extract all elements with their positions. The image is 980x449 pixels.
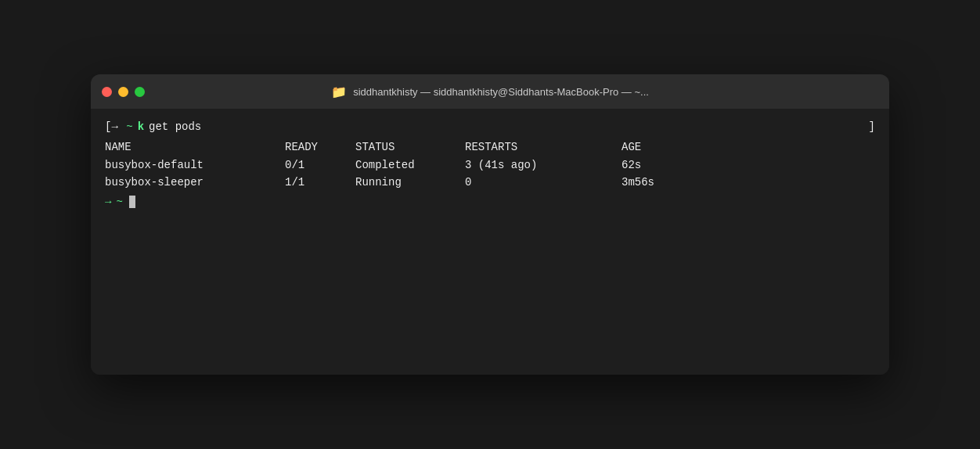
close-button[interactable] xyxy=(102,87,112,97)
pod-age-2: 3m56s xyxy=(622,174,715,191)
pod-restarts-1: 3 (41s ago) xyxy=(465,156,622,174)
second-prompt: → ~ xyxy=(105,193,875,210)
window-title: siddhantkhisty — siddhantkhisty@Siddhant… xyxy=(353,86,649,98)
traffic-lights xyxy=(102,87,145,97)
table-header: NAME READY STATUS RESTARTS AGE xyxy=(105,138,875,156)
col-header-restarts: RESTARTS xyxy=(465,138,622,156)
prompt-tilde: ~ xyxy=(126,118,132,135)
pod-ready-1: 0/1 xyxy=(285,156,355,174)
maximize-button[interactable] xyxy=(135,87,145,97)
pod-status-1: Completed xyxy=(355,156,465,174)
folder-icon: 📁 xyxy=(331,84,347,99)
cmd-text: get pods xyxy=(149,118,201,135)
prompt-tilde-2: ~ xyxy=(116,193,122,210)
minimize-button[interactable] xyxy=(118,87,128,97)
pod-status-2: Running xyxy=(355,174,465,191)
col-header-name: NAME xyxy=(105,138,285,156)
title-bar-content: 📁 siddhantkhisty — siddhantkhisty@Siddha… xyxy=(331,84,649,99)
pod-name-2: busybox-sleeper xyxy=(105,174,285,191)
pod-age-1: 62s xyxy=(622,156,715,174)
col-header-status: STATUS xyxy=(355,138,465,156)
terminal-body[interactable]: [→ ~ k get pods ] NAME READY STATUS REST… xyxy=(91,109,889,375)
col-header-age: AGE xyxy=(622,138,715,156)
cmd-k: k xyxy=(138,118,144,135)
title-bar: 📁 siddhantkhisty — siddhantkhisty@Siddha… xyxy=(91,74,889,109)
bracket-close: ] xyxy=(869,118,875,135)
pod-ready-2: 1/1 xyxy=(285,174,355,191)
cursor xyxy=(129,196,135,208)
bracket-open: [→ xyxy=(105,118,118,135)
prompt-arrow-2: → xyxy=(105,193,111,210)
terminal-window: 📁 siddhantkhisty — siddhantkhisty@Siddha… xyxy=(91,74,889,375)
table-row: busybox-default 0/1 Completed 3 (41s ago… xyxy=(105,156,875,174)
table-row: busybox-sleeper 1/1 Running 0 3m56s xyxy=(105,174,875,191)
command-line: [→ ~ k get pods ] xyxy=(105,118,875,135)
col-header-ready: READY xyxy=(285,138,355,156)
pod-name-1: busybox-default xyxy=(105,156,285,174)
pod-restarts-2: 0 xyxy=(465,174,622,191)
